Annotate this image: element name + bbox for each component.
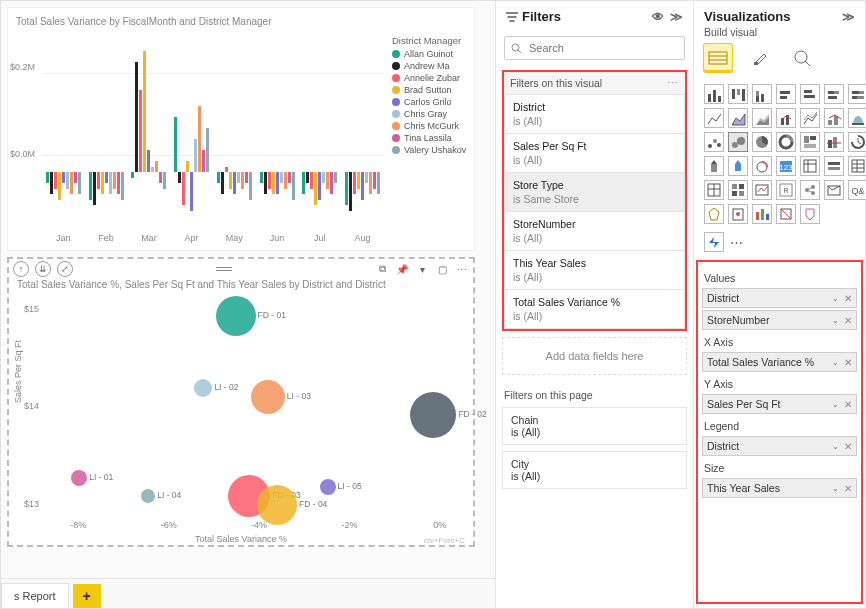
bar[interactable] <box>357 172 360 188</box>
pin-icon[interactable]: 📌 <box>395 262 409 276</box>
viz-type-icon[interactable] <box>824 108 844 128</box>
bar[interactable] <box>377 172 380 194</box>
bar[interactable] <box>135 62 138 172</box>
bar[interactable] <box>93 172 96 205</box>
build-tab-analytics[interactable] <box>788 44 816 72</box>
copy-icon[interactable]: ⧉ <box>375 262 389 276</box>
legend-item[interactable]: Chris McGurk <box>392 121 470 131</box>
viz-type-icon[interactable] <box>848 108 866 128</box>
viz-type-icon[interactable] <box>728 108 748 128</box>
bar[interactable] <box>54 172 57 188</box>
filter-icon[interactable]: ▾ <box>415 262 429 276</box>
viz-type-icon[interactable] <box>704 108 724 128</box>
bar[interactable] <box>268 172 271 188</box>
drill-up-icon[interactable]: ↑ <box>13 261 29 277</box>
build-tab-fields[interactable] <box>704 44 732 72</box>
bar[interactable] <box>131 172 134 177</box>
well-field[interactable]: District⌄✕ <box>702 436 857 456</box>
bar[interactable] <box>310 172 313 188</box>
viz-type-icon[interactable] <box>704 132 724 152</box>
chevron-down-icon[interactable]: ⌄ <box>832 400 839 409</box>
bubble[interactable] <box>194 379 212 397</box>
tab-report[interactable]: s Report <box>1 583 69 608</box>
bar[interactable] <box>151 167 154 172</box>
bar[interactable] <box>117 172 120 194</box>
bar[interactable] <box>182 172 185 205</box>
well-field[interactable]: This Year Sales⌄✕ <box>702 478 857 498</box>
viz-type-icon[interactable] <box>752 132 772 152</box>
chevron-down-icon[interactable]: ⌄ <box>832 484 839 493</box>
bar[interactable] <box>217 172 220 183</box>
bar[interactable] <box>143 51 146 172</box>
legend-item[interactable]: Carlos Grilo <box>392 97 470 107</box>
bar[interactable] <box>241 172 244 188</box>
bar[interactable] <box>318 172 321 199</box>
bar[interactable] <box>97 172 100 188</box>
bar[interactable] <box>326 172 329 188</box>
bar[interactable] <box>50 172 53 194</box>
viz-type-icon[interactable] <box>776 204 796 224</box>
viz-type-icon[interactable] <box>824 156 844 176</box>
bar[interactable] <box>155 161 158 172</box>
bar[interactable] <box>190 172 193 210</box>
remove-field-icon[interactable]: ✕ <box>844 399 852 410</box>
filter-card[interactable]: This Year Salesis (All) <box>504 250 685 290</box>
viz-type-icon[interactable]: R <box>776 180 796 200</box>
bubble[interactable] <box>71 470 87 486</box>
bar[interactable] <box>229 172 232 188</box>
viz-type-icon[interactable] <box>752 84 772 104</box>
bar[interactable] <box>373 172 376 188</box>
bar[interactable] <box>302 172 305 194</box>
bar[interactable] <box>121 172 124 199</box>
remove-field-icon[interactable]: ✕ <box>844 441 852 452</box>
well-field[interactable]: District⌄✕ <box>702 288 857 308</box>
viz-type-icon[interactable] <box>752 204 772 224</box>
filter-card[interactable]: Total Sales Variance %is (All) <box>504 289 685 329</box>
collapse-icon[interactable]: ≫ <box>670 10 683 24</box>
bar[interactable] <box>260 172 263 183</box>
bar[interactable] <box>147 150 150 172</box>
expand-icon[interactable]: ⤢ <box>57 261 73 277</box>
bubble[interactable] <box>216 296 256 336</box>
bar[interactable] <box>159 172 162 183</box>
bar[interactable] <box>198 106 201 172</box>
bar[interactable] <box>284 172 287 188</box>
bar[interactable] <box>206 128 209 172</box>
chevron-down-icon[interactable]: ⌄ <box>832 442 839 451</box>
viz-type-icon[interactable] <box>752 108 772 128</box>
viz-type-icon[interactable] <box>800 156 820 176</box>
search-box[interactable] <box>504 36 685 60</box>
add-fields-dropzone[interactable]: Add data fields here <box>502 337 687 375</box>
viz-type-icon[interactable] <box>800 204 820 224</box>
filter-card[interactable]: Chainis (All) <box>502 407 687 445</box>
viz-type-icon[interactable] <box>848 84 866 104</box>
bar[interactable] <box>46 172 49 183</box>
bar[interactable] <box>237 172 240 183</box>
bar[interactable] <box>89 172 92 199</box>
search-input[interactable] <box>527 41 678 55</box>
bar[interactable] <box>163 172 166 188</box>
bar[interactable] <box>225 167 228 172</box>
bar[interactable] <box>330 172 333 194</box>
bar[interactable] <box>62 172 65 183</box>
viz-type-icon[interactable] <box>752 156 772 176</box>
filter-card[interactable]: Store Typeis Same Store <box>504 172 685 212</box>
legend-item[interactable]: Annelie Zubar <box>392 73 470 83</box>
viz-type-icon[interactable] <box>728 132 748 152</box>
bar[interactable] <box>353 172 356 194</box>
viz-type-icon[interactable]: Q& <box>848 180 866 200</box>
bar[interactable] <box>276 172 279 194</box>
viz-type-icon[interactable] <box>800 180 820 200</box>
legend-item[interactable]: Tina Lassila <box>392 133 470 143</box>
bar[interactable] <box>314 172 317 205</box>
bubble[interactable] <box>141 489 155 503</box>
bar[interactable] <box>101 172 104 194</box>
bar[interactable] <box>361 172 364 199</box>
viz-type-icon[interactable] <box>776 108 796 128</box>
bar[interactable] <box>105 172 108 183</box>
more-icon[interactable]: ⋯ <box>455 262 469 276</box>
bar[interactable] <box>174 117 177 172</box>
legend-item[interactable]: Chris Gray <box>392 109 470 119</box>
well-field[interactable]: Sales Per Sq Ft⌄✕ <box>702 394 857 414</box>
add-page-button[interactable]: + <box>73 584 101 608</box>
